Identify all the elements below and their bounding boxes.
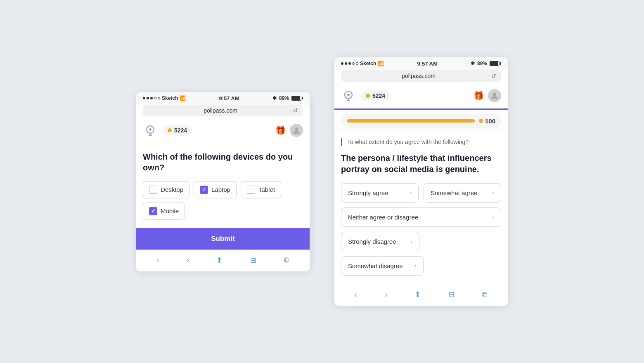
time-right: 9:57 AM	[417, 61, 437, 67]
carrier-right: Sketch	[360, 61, 376, 66]
forward-button-right[interactable]: ›	[381, 289, 391, 301]
coin-badge-right: 5224	[361, 90, 390, 101]
tabs-button-right[interactable]: ⧉	[478, 289, 492, 301]
battery-right	[490, 61, 501, 66]
progress-section: 100	[334, 110, 508, 130]
answer-somewhat-disagree[interactable]: Somewhat disagree ›	[341, 256, 424, 276]
progress-bar-track	[347, 119, 475, 123]
svg-point-6	[347, 94, 350, 96]
answer-row-1: Neither agree or disagree ›	[341, 207, 501, 227]
answer-options: Strongly agree › Somewhat agree › Neithe…	[341, 183, 501, 276]
url-text-right: pollpass.com	[346, 73, 491, 79]
status-right-right: ✱ 89%	[471, 61, 501, 66]
app-header-right: 5224 🎁	[334, 85, 508, 108]
url-text-left: pollpass.com	[148, 107, 293, 114]
signal-dot-r5	[356, 62, 358, 65]
wifi-icon-right: 📶	[378, 61, 384, 66]
answer-strongly-disagree[interactable]: Strongly disagree ›	[341, 232, 419, 251]
checkbox-laptop[interactable]: ✓	[200, 186, 208, 194]
signal-dot-r1	[341, 62, 343, 65]
coin-badge-left: 5224	[163, 125, 192, 136]
answer-neither[interactable]: Neither agree or disagree ›	[341, 207, 501, 227]
option-mobile-label: Mobile	[161, 207, 179, 214]
battery-percent-left: 89%	[279, 95, 289, 101]
main-question: The persona / lifestyle that influencers…	[341, 153, 501, 175]
refresh-icon-right[interactable]: ↺	[491, 73, 496, 79]
signal-dot-r2	[345, 62, 347, 65]
refresh-icon-left[interactable]: ↺	[293, 107, 298, 114]
phone-right: Sketch 📶 9:57 AM ✱ 89% pollpass.com ↺	[334, 57, 508, 306]
answer-row-2: Strongly disagree ›	[341, 232, 501, 251]
progress-label: 100	[479, 118, 495, 125]
pollpass-logo-left	[144, 125, 156, 136]
app-logo-right	[341, 88, 356, 103]
bookmarks-button-right[interactable]: ⊟	[444, 288, 459, 301]
checkbox-mobile[interactable]: ✓	[149, 207, 157, 215]
header-icons-left: 🎁	[275, 124, 303, 137]
option-desktop-label: Desktop	[161, 186, 183, 193]
neither-label: Neither agree or disagree	[348, 214, 418, 221]
tabs-button-left[interactable]: ⧉	[280, 254, 294, 266]
option-desktop[interactable]: Desktop	[143, 181, 189, 198]
check-laptop: ✓	[202, 186, 206, 193]
signal-dot-4	[154, 97, 156, 99]
url-bar-left[interactable]: pollpass.com ↺	[143, 105, 303, 116]
checkbox-grid: Desktop ✓ Laptop Tablet ✓	[143, 181, 303, 220]
answer-strongly-agree[interactable]: Strongly agree ›	[341, 183, 419, 203]
answer-row-0: Strongly agree › Somewhat agree ›	[341, 183, 501, 203]
signal-dot-2	[147, 97, 149, 99]
avatar-left[interactable]	[290, 124, 303, 137]
option-laptop[interactable]: ✓ Laptop	[194, 181, 237, 198]
bottom-nav-left: ‹ › ⬆ ⊟ ⧉	[136, 250, 310, 271]
coin-dot-left	[168, 128, 172, 132]
check-mobile: ✓	[151, 208, 156, 214]
chevron-strongly-disagree: ›	[411, 238, 412, 245]
coin-value-right: 5224	[372, 92, 385, 99]
option-tablet[interactable]: Tablet	[241, 181, 281, 198]
gift-icon-right[interactable]: 🎁	[474, 91, 484, 101]
header-icons-right: 🎁	[474, 89, 501, 102]
option-tablet-label: Tablet	[258, 186, 275, 193]
answer-somewhat-agree[interactable]: Somewhat agree ›	[424, 183, 501, 203]
status-bar-left: Sketch 📶 9:57 AM ✱ 89%	[136, 92, 310, 105]
svg-point-1	[149, 128, 152, 131]
question-title-left: Which of the following devices do you ow…	[143, 151, 303, 173]
answer-row-3: Somewhat disagree ›	[341, 256, 501, 276]
forward-button-left[interactable]: ›	[182, 254, 193, 266]
checkbox-tablet[interactable]	[247, 186, 255, 194]
back-button-left[interactable]: ‹	[152, 254, 163, 266]
chevron-strongly-agree: ›	[410, 190, 412, 196]
share-button-right[interactable]: ⬆	[410, 288, 425, 301]
carrier-left: Sketch	[162, 95, 178, 101]
submit-button[interactable]: Submit	[136, 228, 310, 250]
share-button-left[interactable]: ⬆	[212, 254, 227, 266]
chevron-somewhat-agree: ›	[492, 190, 494, 196]
sub-question: To what extent do you agree with the fol…	[341, 138, 501, 146]
app-header-left: 5224 🎁	[136, 120, 310, 143]
time-left: 9:57 AM	[219, 95, 239, 101]
status-left: Sketch 📶	[143, 95, 186, 101]
phones-container: Sketch 📶 9:57 AM ✱ 89% pollpass.com ↺	[136, 57, 508, 306]
signal-dot-r4	[352, 62, 355, 65]
content-left: Which of the following devices do you ow…	[136, 143, 310, 228]
signal-dot-3	[150, 97, 153, 99]
status-bar-right: Sketch 📶 9:57 AM ✱ 89%	[334, 57, 508, 70]
checkbox-desktop[interactable]	[149, 186, 157, 194]
battery-percent-right: 89%	[477, 61, 487, 66]
url-bar-right[interactable]: pollpass.com ↺	[341, 70, 501, 82]
content-right: To what extent do you agree with the fol…	[334, 130, 508, 284]
bookmarks-button-left[interactable]: ⊟	[246, 254, 260, 266]
back-button-right[interactable]: ‹	[350, 289, 361, 301]
bottom-nav-right: ‹ › ⬆ ⊟ ⧉	[334, 284, 508, 306]
option-laptop-label: Laptop	[211, 186, 230, 193]
phone-left: Sketch 📶 9:57 AM ✱ 89% pollpass.com ↺	[136, 92, 310, 271]
avatar-right[interactable]	[488, 89, 501, 102]
option-mobile[interactable]: ✓ Mobile	[143, 203, 185, 220]
signal-dot-1	[143, 97, 145, 99]
svg-point-9	[493, 93, 496, 96]
gift-icon-left[interactable]: 🎁	[275, 125, 286, 135]
progress-bar-fill	[347, 119, 475, 123]
status-left-right: Sketch 📶	[341, 61, 384, 66]
somewhat-agree-label: Somewhat agree	[431, 189, 477, 196]
signal-dot-r3	[348, 62, 351, 65]
